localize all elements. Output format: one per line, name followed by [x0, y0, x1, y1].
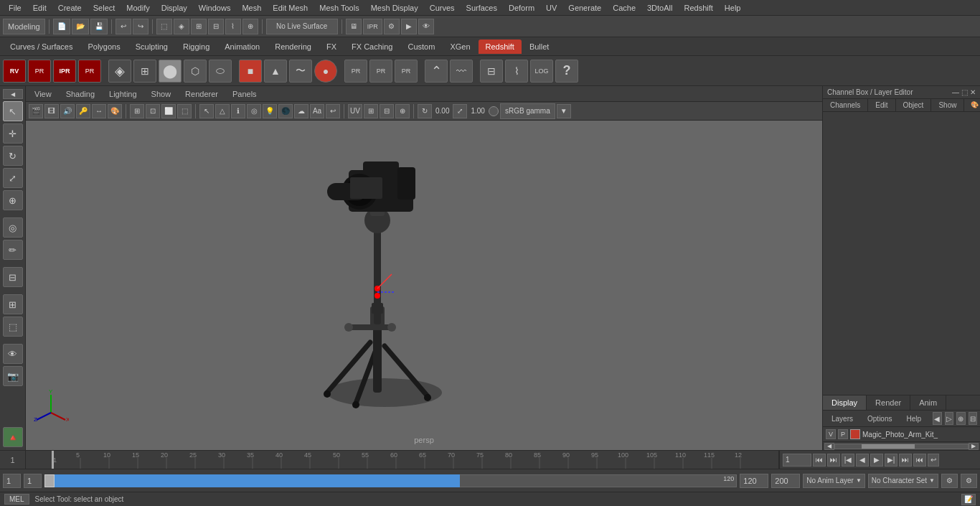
render-icon-btn[interactable]: 🖥: [346, 19, 362, 34]
channel-box-maximize[interactable]: ⬚: [961, 88, 968, 96]
shelf-icon-grid[interactable]: ⊞: [133, 60, 156, 83]
range-slider[interactable]: 120: [44, 474, 737, 487]
no-live-surface-btn[interactable]: No Live Surface: [266, 19, 338, 34]
tab-redshift[interactable]: Redshift: [479, 39, 522, 54]
vp-ssr-icon[interactable]: ↩: [326, 104, 340, 118]
soft-select-tool[interactable]: ◎: [3, 217, 23, 238]
tab-fx-caching[interactable]: FX Caching: [344, 39, 400, 54]
char-set-options-btn[interactable]: ⚙: [941, 474, 958, 488]
bottom-icon[interactable]: 🔺: [3, 427, 23, 447]
menu-surfaces[interactable]: Surfaces: [461, 2, 503, 14]
open-scene-btn[interactable]: 📂: [72, 19, 89, 34]
layer-subtab-options[interactable]: Options: [862, 413, 897, 424]
frame-start-input[interactable]: [3, 474, 21, 488]
paint-select-btn[interactable]: ⊞: [191, 19, 207, 34]
layer-tab-anim[interactable]: Anim: [910, 395, 946, 410]
shelf-icon-pr1[interactable]: PR: [344, 60, 367, 83]
pb-step-fwd[interactable]: ▶|: [885, 454, 897, 467]
gamma-label[interactable]: sRGB gamma: [500, 103, 555, 119]
shelf-icon-3[interactable]: PR: [78, 60, 101, 83]
scrollbar-thumb[interactable]: [862, 444, 915, 449]
shelf-icon-help[interactable]: ?: [555, 60, 578, 83]
tab-polygons[interactable]: Polygons: [80, 39, 127, 54]
vp-uv-icon[interactable]: UV: [348, 104, 362, 118]
ipr-btn[interactable]: IPR: [363, 19, 382, 34]
shelf-icon-pr2[interactable]: PR: [369, 60, 392, 83]
pb-go-end[interactable]: ⏮: [913, 454, 926, 467]
show-render-btn[interactable]: 👁: [418, 19, 434, 34]
menu-mesh-display[interactable]: Mesh Display: [365, 2, 424, 14]
tab-sculpting[interactable]: Sculpting: [128, 39, 175, 54]
cb-color-indicator[interactable]: 🎨: [969, 99, 980, 111]
pb-play-fwd[interactable]: ▶: [870, 454, 883, 467]
vp-grid-icon[interactable]: ⊞: [130, 104, 144, 118]
undo-btn[interactable]: ↩: [116, 19, 131, 34]
menu-deform[interactable]: Deform: [503, 2, 540, 14]
scrollbar-track[interactable]: [834, 444, 969, 449]
timeline-ruler[interactable]: 1 5 10 15 20 25 30 35 40 45 50: [52, 451, 779, 469]
playback-end-input[interactable]: [740, 474, 768, 488]
vp-isolate-icon[interactable]: ◎: [247, 104, 261, 118]
menu-cache[interactable]: Cache: [607, 2, 641, 14]
viewport-menu-renderer[interactable]: Renderer: [181, 88, 222, 100]
vp-snap-icon[interactable]: ⊕: [395, 104, 410, 118]
menu-windows[interactable]: Windows: [193, 2, 237, 14]
layer-visible-btn[interactable]: V: [826, 429, 836, 439]
preferences-btn[interactable]: ⚙: [961, 474, 977, 488]
tab-curves-surfaces[interactable]: Curves / Surfaces: [3, 39, 80, 54]
vp-manip-icon[interactable]: ↔: [92, 104, 106, 118]
selection-rect-tool[interactable]: ⬚: [3, 317, 23, 337]
menu-edit-mesh[interactable]: Edit Mesh: [267, 2, 314, 14]
shelf-icon-taper[interactable]: ▲: [264, 60, 287, 83]
shelf-icon-table[interactable]: ⊟: [480, 60, 503, 83]
shelf-icon-pr3[interactable]: PR: [395, 60, 418, 83]
shelf-icon-wave[interactable]: 〰: [450, 60, 473, 83]
tab-fx[interactable]: FX: [319, 39, 344, 54]
playback-end2-input[interactable]: [771, 474, 800, 488]
shelf-icon-red-cube[interactable]: ■: [239, 60, 262, 83]
pb-go-start[interactable]: ⏮: [813, 454, 826, 467]
tab-custom[interactable]: Custom: [401, 39, 443, 54]
scroll-right-btn[interactable]: ▶: [969, 443, 979, 450]
move-tool[interactable]: ✛: [3, 123, 23, 144]
no-anim-layer-dropdown[interactable]: No Anim Layer: [803, 474, 865, 488]
select-tool[interactable]: ↖: [3, 101, 23, 121]
layer-subtab-help[interactable]: Help: [900, 413, 927, 424]
viewport-menu-view[interactable]: View: [30, 88, 56, 100]
new-scene-btn[interactable]: 📄: [53, 19, 70, 34]
menu-display[interactable]: Display: [156, 2, 193, 14]
cb-tab-edit[interactable]: Edit: [868, 99, 895, 111]
shelf-icon-2[interactable]: PR: [28, 60, 51, 83]
layer-icon-1[interactable]: ◀: [933, 412, 941, 425]
menu-modify[interactable]: Modify: [121, 2, 155, 14]
cb-tab-channels[interactable]: Channels: [823, 99, 868, 111]
channel-box-minimize[interactable]: —: [952, 88, 959, 96]
tab-xgen[interactable]: XGen: [443, 39, 477, 54]
vp-ao-icon[interactable]: ☁: [294, 104, 308, 118]
vp-sound-icon[interactable]: 🔊: [60, 104, 75, 118]
shelf-icon-cube[interactable]: ⬡: [184, 60, 207, 83]
menu-redshift[interactable]: Redshift: [678, 2, 718, 14]
vp-wire-icon[interactable]: ⊡: [146, 104, 160, 118]
vp-copy-icon[interactable]: ⊞: [364, 104, 378, 118]
playback-frame-input[interactable]: [783, 454, 811, 467]
menu-edit[interactable]: Edit: [27, 2, 52, 14]
view-tool[interactable]: 👁: [3, 344, 23, 364]
rotate-tool[interactable]: ↻: [3, 146, 23, 166]
vp-shadows-icon[interactable]: 🌑: [278, 104, 293, 118]
shelf-icon-bend[interactable]: 〜: [289, 60, 312, 83]
select-mode-btn[interactable]: ⬚: [156, 19, 172, 34]
menu-create[interactable]: Create: [52, 2, 88, 14]
snap-curve-btn[interactable]: ⌇: [225, 19, 241, 34]
pb-next-key[interactable]: ⏭: [899, 454, 912, 467]
render-settings-btn[interactable]: ⚙: [384, 19, 400, 34]
shelf-icon-ipr[interactable]: IPR: [53, 60, 76, 83]
shelf-icon-diamond[interactable]: ◈: [108, 60, 131, 83]
vp-bounding-icon[interactable]: ⬚: [177, 104, 192, 118]
layer-icon-2[interactable]: ▷: [945, 412, 953, 425]
vp-paint-icon[interactable]: 🎨: [108, 104, 122, 118]
viewport-menu-panels[interactable]: Panels: [228, 88, 261, 100]
script-editor-btn[interactable]: 📝: [961, 494, 976, 505]
pb-step-back[interactable]: |◀: [842, 454, 854, 467]
vp-rotate-icon[interactable]: ↻: [418, 104, 432, 118]
